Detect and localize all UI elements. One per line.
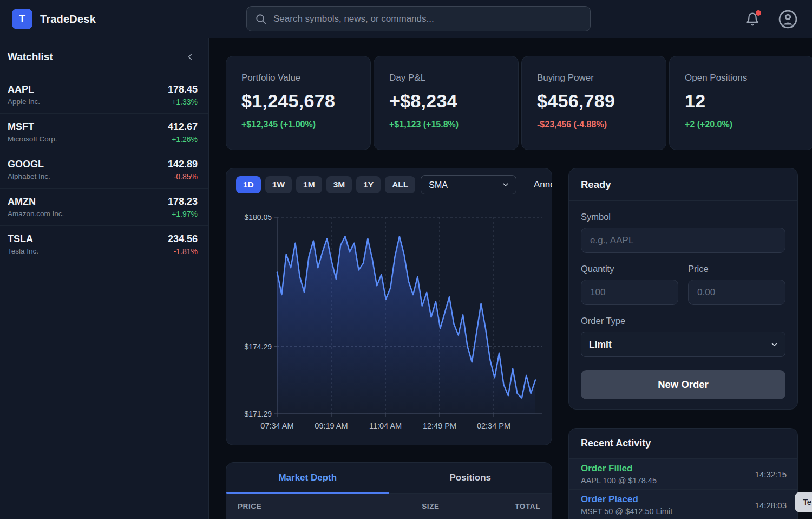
- quantity-field[interactable]: [581, 280, 678, 305]
- stat-value: $456,789: [537, 90, 651, 112]
- notifications-button[interactable]: [745, 12, 759, 27]
- svg-text:07:34 AM: 07:34 AM: [260, 421, 293, 430]
- recent-activity-title: Recent Activity: [569, 429, 797, 459]
- watchlist-header: Watchlist: [0, 38, 208, 76]
- main-content: Portfolio Value $1,245,678 +$12,345 (+1.…: [209, 38, 812, 519]
- price-label: Price: [688, 264, 785, 274]
- symbol-field[interactable]: [581, 228, 785, 253]
- ticker-price: 412.67: [168, 121, 198, 133]
- order-type-select-wrap: Limit: [581, 332, 785, 357]
- order-form: Symbol Quantity Price Order Type Limit: [569, 201, 797, 399]
- ticker-price: 234.56: [168, 233, 198, 245]
- stat-card-open-positions: Open Positions 12 +2 (+20.0%): [669, 56, 812, 150]
- activity-detail: AAPL 100 @ $178.45: [581, 476, 657, 485]
- topbar-actions: [745, 0, 798, 38]
- stat-change: +$12,345 (+1.00%): [241, 120, 355, 129]
- market-depth-panel: Market Depth Positions PRICE SIZE TOTAL: [226, 462, 552, 519]
- activity-status: Order Placed: [581, 494, 672, 505]
- stat-value: +$8,234: [389, 90, 503, 112]
- activity-time: 14:32:15: [755, 470, 787, 479]
- indicator-select[interactable]: SMA: [421, 175, 516, 194]
- watchlist-title: Watchlist: [8, 51, 53, 63]
- column-price: PRICE: [238, 502, 338, 510]
- global-search[interactable]: [246, 6, 591, 31]
- recent-activity-panel: Recent Activity Order Filled AAPL 100 @ …: [568, 428, 798, 519]
- activity-row-order-placed[interactable]: Order Placed MSFT 50 @ $412.50 Limit 14:…: [569, 490, 797, 519]
- stat-label: Day P&L: [389, 73, 503, 83]
- chart-toolbar: 1D 1W 1M 3M 1Y ALL SMA: [226, 168, 552, 194]
- range-button-1m[interactable]: 1M: [296, 176, 322, 193]
- stat-change: -$23,456 (-4.88%): [537, 120, 651, 129]
- ticker-symbol: TSLA: [8, 233, 38, 245]
- activity-row-order-filled[interactable]: Order Filled AAPL 100 @ $178.45 14:32:15: [569, 459, 797, 490]
- stat-label: Open Positions: [685, 73, 798, 83]
- svg-text:$174.29: $174.29: [244, 342, 272, 351]
- price-chart[interactable]: $180.05$174.29$171.2907:34 AM09:19 AM11:…: [226, 201, 552, 445]
- stat-value: 12: [685, 90, 798, 112]
- watchlist-row-amzn[interactable]: AMZN Amazon.com Inc. 178.23 +1.97%: [0, 189, 208, 226]
- range-button-1d[interactable]: 1D: [236, 176, 261, 193]
- notification-badge-dot: [756, 10, 761, 16]
- price-chart-panel: 1D 1W 1M 3M 1Y ALL SMA Annotate $180.05$…: [226, 168, 552, 445]
- stat-card-day-pnl: Day P&L +$8,234 +$1,123 (+15.8%): [374, 56, 519, 150]
- price-field[interactable]: [688, 280, 785, 305]
- ticker-symbol: AAPL: [8, 84, 40, 95]
- stat-label: Portfolio Value: [241, 73, 355, 83]
- search-icon: [255, 13, 267, 25]
- annotate-button[interactable]: Annotate: [534, 179, 552, 190]
- tab-market-depth[interactable]: Market Depth: [226, 463, 389, 493]
- toast-notification[interactable]: Te: [795, 492, 812, 512]
- stat-card-buying-power: Buying Power $456,789 -$23,456 (-4.88%): [521, 56, 666, 150]
- ticker-change: +1.97%: [168, 210, 198, 218]
- ticker-symbol: AMZN: [8, 196, 64, 207]
- symbol-label: Symbol: [581, 212, 785, 222]
- user-avatar-button[interactable]: [778, 9, 798, 29]
- activity-time: 14:28:03: [755, 501, 787, 510]
- svg-text:02:34 PM: 02:34 PM: [477, 421, 510, 430]
- svg-text:$180.05: $180.05: [244, 213, 272, 222]
- stat-change: +$1,123 (+15.8%): [389, 120, 503, 129]
- company-name: Apple Inc.: [8, 98, 40, 106]
- ticker-change: -1.81%: [168, 247, 198, 256]
- depth-table-header: PRICE SIZE TOTAL: [226, 494, 552, 519]
- chevron-left-icon: [185, 51, 195, 62]
- stat-card-portfolio-value: Portfolio Value $1,245,678 +$12,345 (+1.…: [226, 56, 371, 150]
- watchlist-row-msft[interactable]: MSFT Microsoft Corp. 412.67 +1.26%: [0, 114, 208, 151]
- stats-row: Portfolio Value $1,245,678 +$12,345 (+1.…: [226, 56, 812, 150]
- stat-change: +2 (+20.0%): [685, 120, 798, 129]
- collapse-sidebar-button[interactable]: [185, 51, 195, 62]
- new-order-button[interactable]: New Order: [581, 370, 785, 399]
- svg-text:$171.29: $171.29: [244, 410, 272, 418]
- range-button-3m[interactable]: 3M: [326, 176, 352, 193]
- tab-positions[interactable]: Positions: [389, 463, 552, 493]
- company-name: Tesla Inc.: [8, 247, 38, 255]
- stat-value: $1,245,678: [241, 90, 355, 112]
- column-total: TOTAL: [440, 502, 540, 510]
- watchlist-row-tsla[interactable]: TSLA Tesla Inc. 234.56 -1.81%: [0, 226, 208, 263]
- brand: T TradeDesk: [12, 9, 96, 29]
- quantity-label: Quantity: [581, 264, 678, 274]
- app-title: TradeDesk: [40, 13, 96, 25]
- company-name: Amazon.com Inc.: [8, 210, 64, 218]
- ticker-price: 178.45: [168, 84, 198, 95]
- column-size: SIZE: [338, 502, 439, 510]
- order-entry-panel: Ready Symbol Quantity Price Order Type L…: [568, 168, 798, 410]
- ticker-price: 142.89: [168, 159, 198, 170]
- activity-status: Order Filled: [581, 463, 657, 474]
- watchlist-row-aapl[interactable]: AAPL Apple Inc. 178.45 +1.33%: [0, 76, 208, 114]
- ticker-change: +1.26%: [168, 135, 198, 144]
- watchlist-row-googl[interactable]: GOOGL Alphabet Inc. 142.89 -0.85%: [0, 151, 208, 189]
- range-button-1y[interactable]: 1Y: [356, 176, 381, 193]
- activity-detail: MSFT 50 @ $412.50 Limit: [581, 507, 672, 516]
- search-input[interactable]: [273, 14, 582, 24]
- svg-text:09:19 AM: 09:19 AM: [315, 421, 348, 430]
- app-logo-icon: T: [12, 9, 32, 29]
- range-button-all[interactable]: ALL: [385, 176, 415, 193]
- range-button-1w[interactable]: 1W: [265, 176, 292, 193]
- ticker-change: +1.33%: [168, 98, 198, 106]
- watchlist-sidebar: Watchlist AAPL Apple Inc. 178.45 +1.33% …: [0, 38, 209, 519]
- indicator-select-wrap: SMA: [421, 175, 516, 194]
- order-type-select[interactable]: Limit: [581, 332, 785, 357]
- bottom-tabs: Market Depth Positions: [226, 463, 552, 494]
- user-icon: [778, 9, 798, 29]
